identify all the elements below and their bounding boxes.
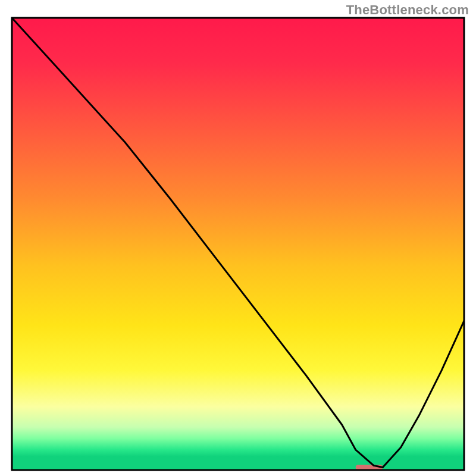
chart-svg xyxy=(0,0,476,476)
bottleneck-chart: TheBottleneck.com xyxy=(0,0,476,476)
gradient-background xyxy=(12,18,464,470)
